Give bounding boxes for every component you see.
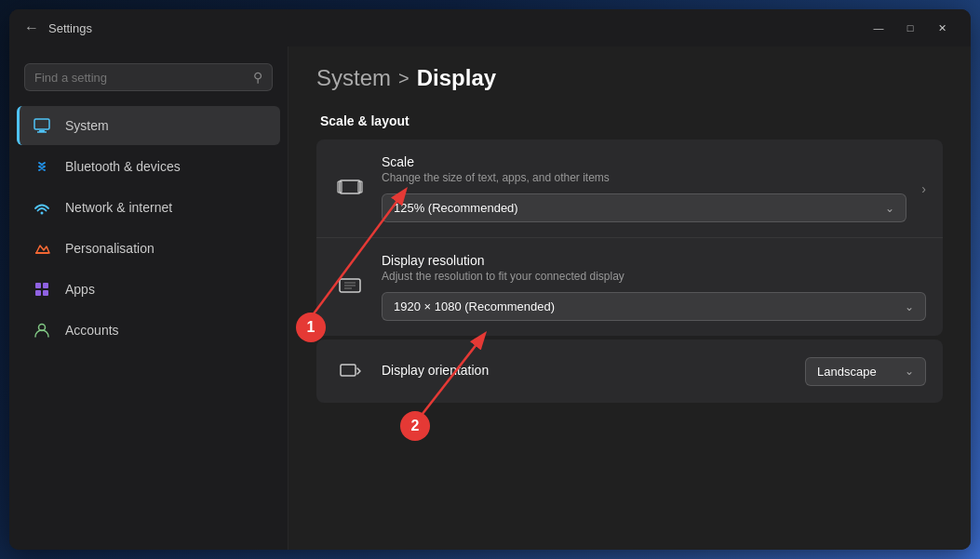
scale-row: Scale Change the size of text, apps, and… (316, 140, 943, 238)
orientation-text: Display orientation (382, 363, 790, 379)
sidebar-item-bluetooth[interactable]: Bluetooth & devices (17, 147, 280, 186)
titlebar: ← Settings — □ ✕ (9, 9, 971, 47)
search-box[interactable]: ⚲ (24, 63, 273, 91)
sidebar-item-accounts[interactable]: Accounts (17, 311, 280, 350)
sidebar-label-bluetooth: Bluetooth & devices (65, 159, 181, 174)
svg-rect-17 (341, 365, 356, 376)
main-layout: ⚲ System Blue (9, 47, 971, 550)
resolution-dropdown-arrow-icon: ⌄ (905, 300, 914, 313)
resolution-dropdown-value: 1920 × 1080 (Recommended) (394, 299, 897, 313)
window-controls: — □ ✕ (865, 17, 956, 39)
sidebar-label-accounts: Accounts (65, 323, 119, 338)
sidebar-label-apps: Apps (65, 282, 95, 297)
settings-window: ← Settings — □ ✕ ⚲ (9, 9, 971, 550)
svg-rect-5 (35, 283, 41, 288)
resolution-text: Display resolution Adjust the resolution… (382, 253, 926, 321)
back-button[interactable]: ← (24, 20, 39, 35)
scale-dropdown-value: 125% (Recommended) (394, 201, 878, 215)
resolution-row: Display resolution Adjust the resolution… (316, 238, 943, 336)
svg-rect-0 (34, 119, 49, 129)
svg-rect-7 (35, 290, 41, 296)
resolution-icon (333, 271, 367, 304)
orientation-card: Display orientation Landscape ⌄ (316, 339, 943, 403)
sidebar: ⚲ System Blue (9, 47, 289, 550)
scale-layout-card: Scale Change the size of text, apps, and… (316, 140, 943, 336)
search-container: ⚲ (9, 56, 288, 106)
bluetooth-icon (32, 156, 52, 177)
scale-chevron-icon: › (921, 181, 926, 196)
orientation-dropdown[interactable]: Landscape ⌄ (805, 357, 926, 386)
sidebar-item-network[interactable]: Network & internet (17, 188, 280, 227)
orientation-title: Display orientation (382, 363, 790, 378)
breadcrumb: System > Display (316, 65, 943, 91)
orientation-row: Display orientation Landscape ⌄ (316, 339, 943, 403)
resolution-subtitle: Adjust the resolution to fit your connec… (382, 270, 926, 283)
search-input[interactable] (34, 71, 246, 85)
orientation-control: Landscape ⌄ (805, 357, 926, 386)
svg-rect-8 (43, 290, 48, 296)
annotation-2: 2 (400, 411, 430, 441)
scale-title: Scale (382, 154, 906, 169)
annotation-1: 1 (296, 313, 326, 342)
orientation-dropdown-arrow-icon: ⌄ (905, 365, 914, 378)
svg-point-3 (41, 212, 44, 215)
resolution-dropdown[interactable]: 1920 × 1080 (Recommended) ⌄ (382, 292, 926, 321)
sidebar-label-system: System (65, 118, 109, 133)
accounts-icon (32, 320, 52, 340)
apps-icon (32, 279, 52, 299)
personalisation-icon (32, 238, 52, 259)
resolution-title: Display resolution (382, 253, 926, 268)
scale-dropdown-arrow-icon: ⌄ (885, 202, 894, 215)
section-title-scale-layout: Scale & layout (316, 113, 943, 128)
search-icon: ⚲ (253, 70, 262, 85)
window-title: Settings (48, 21, 92, 35)
sidebar-label-network: Network & internet (65, 200, 172, 215)
sidebar-item-apps[interactable]: Apps (17, 270, 280, 309)
maximize-button[interactable]: □ (896, 17, 924, 39)
sidebar-item-system[interactable]: System (17, 106, 280, 145)
scale-subtitle: Change the size of text, apps, and other… (382, 171, 906, 184)
system-icon (32, 115, 52, 136)
minimize-button[interactable]: — (865, 17, 893, 39)
scale-icon (333, 172, 367, 206)
orientation-icon (333, 354, 367, 388)
svg-rect-10 (340, 180, 360, 193)
svg-rect-6 (43, 283, 48, 288)
orientation-dropdown-value: Landscape (817, 365, 897, 379)
sidebar-item-personalisation[interactable]: Personalisation (17, 229, 280, 268)
breadcrumb-current: Display (417, 65, 496, 91)
content-area: System > Display Scale & layout (289, 47, 971, 550)
sidebar-label-personalisation: Personalisation (65, 241, 154, 256)
scale-dropdown[interactable]: 125% (Recommended) ⌄ (382, 193, 906, 222)
scale-text: Scale Change the size of text, apps, and… (382, 154, 906, 222)
breadcrumb-parent: System (316, 65, 391, 91)
breadcrumb-separator: > (398, 68, 409, 89)
network-icon (32, 197, 52, 218)
close-button[interactable]: ✕ (928, 17, 956, 39)
